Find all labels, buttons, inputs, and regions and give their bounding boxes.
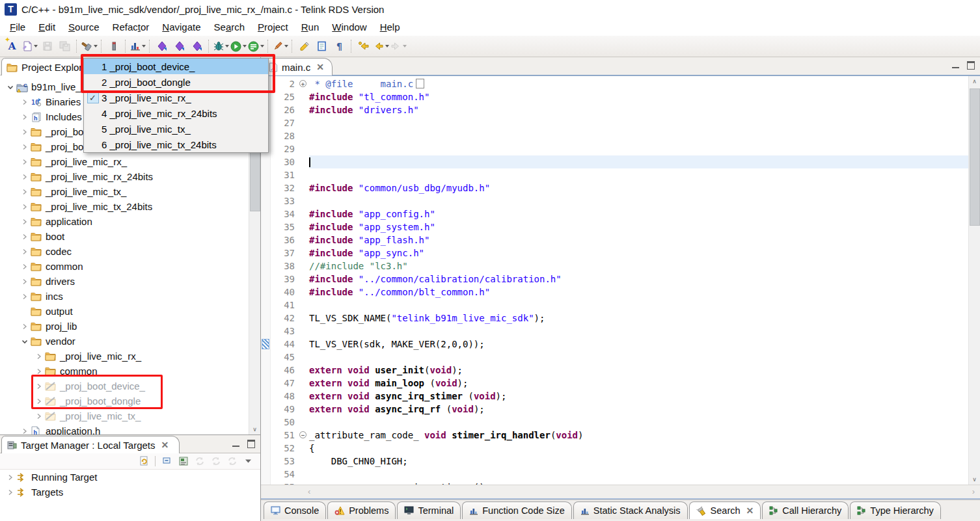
menu-navigate[interactable]: Navigate: [156, 20, 207, 34]
editor-presentation-button[interactable]: [313, 38, 331, 55]
menu-search[interactable]: Search: [208, 20, 252, 34]
minimize-icon[interactable]: [952, 61, 959, 68]
menu-run[interactable]: Run: [295, 20, 326, 34]
explorer-scroll-thumb[interactable]: [250, 144, 260, 211]
expand-arrow-icon[interactable]: [20, 217, 31, 227]
dropdown-caret-icon[interactable]: [403, 45, 407, 47]
task-marker-icon[interactable]: [262, 339, 269, 349]
tree-item[interactable]: happlication.h: [0, 423, 249, 434]
code-line[interactable]: 39#include "../common/calibration/calibr…: [271, 273, 969, 286]
code-line[interactable]: 40#include "../common/blt_common.h": [271, 286, 969, 299]
editor-scroll-thumb[interactable]: [970, 88, 980, 226]
fold-toggle-icon[interactable]: +: [298, 77, 309, 90]
close-icon[interactable]: ✕: [746, 505, 754, 516]
expand-arrow-icon[interactable]: [5, 472, 16, 483]
code-line[interactable]: 45: [271, 351, 969, 364]
bdt-tool-2-button[interactable]: [170, 38, 188, 55]
code-line[interactable]: 25#include "tl_common.h": [271, 90, 969, 103]
view-tab-call-hierarchy[interactable]: Call Hierarchy: [762, 501, 849, 519]
code-line[interactable]: 34#include "app_config.h": [271, 207, 969, 220]
close-icon[interactable]: ✕: [316, 62, 324, 72]
refresh-targets-button[interactable]: [137, 455, 150, 468]
editor-scroll-down-icon[interactable]: ∨: [969, 474, 980, 485]
collapse-all-button[interactable]: [161, 455, 174, 468]
expand-arrow-icon[interactable]: [5, 487, 16, 498]
last-edit-location-button[interactable]: [355, 38, 372, 55]
close-icon[interactable]: ✕: [161, 440, 169, 450]
code-line[interactable]: 49extern void async_irq_rf (void);: [271, 403, 969, 416]
dropdown-caret-icon[interactable]: [385, 45, 389, 47]
code-line[interactable]: 35#include "app_system.h": [271, 220, 969, 234]
view-tab-problems[interactable]: Problems: [327, 501, 396, 519]
code-line[interactable]: 37#include "app_sync.h": [271, 247, 969, 260]
dropdown-caret-icon[interactable]: [225, 45, 229, 47]
view-menu-button[interactable]: [242, 455, 255, 468]
code-line[interactable]: 41: [271, 299, 969, 312]
target-properties-button[interactable]: [177, 455, 190, 468]
expand-arrow-icon[interactable]: [20, 202, 31, 212]
code-line[interactable]: 48extern void async_irq_stimer (void);: [271, 390, 969, 403]
code-line[interactable]: 29: [271, 142, 969, 155]
tree-item[interactable]: _proj_live_mic_tx_24bits: [0, 199, 249, 214]
code-line[interactable]: 42TL_VS_SDK_NAME("telink_b91m_live_mic_s…: [271, 312, 969, 325]
menu-help[interactable]: Help: [374, 20, 407, 34]
tree-item[interactable]: _proj_live_mic_rx_: [0, 349, 249, 364]
view-tab-console[interactable]: Console: [264, 501, 326, 519]
code-line[interactable]: 46extern void user_init(void);: [271, 364, 969, 377]
tree-item[interactable]: _proj_live_mic_rx_24bits: [0, 169, 249, 184]
tree-item[interactable]: _proj_live_mic_tx_: [0, 408, 249, 423]
menu-refactor[interactable]: Refactor: [106, 20, 156, 34]
external-tools-button[interactable]: [271, 38, 289, 55]
expand-arrow-icon[interactable]: [20, 127, 31, 137]
expand-arrow-icon[interactable]: [20, 291, 31, 302]
bdt-tool-3-button[interactable]: [188, 38, 206, 55]
view-tab-static-stack-analysis[interactable]: Static Stack Analysis: [573, 501, 688, 519]
fold-toggle-icon[interactable]: −: [298, 429, 309, 442]
project-menu-item[interactable]: 6 _proj_live_mic_tx_24bits: [84, 137, 268, 152]
code-line[interactable]: 54: [271, 468, 969, 481]
bdt-tool-1-button[interactable]: [153, 38, 170, 55]
expand-arrow-icon[interactable]: [20, 321, 31, 332]
dropdown-caret-icon[interactable]: [142, 45, 146, 47]
sync-target-1-button[interactable]: [193, 455, 206, 468]
minimize-icon[interactable]: [232, 440, 239, 447]
dropdown-caret-icon[interactable]: [260, 45, 264, 47]
new-file-button[interactable]: [21, 38, 38, 55]
expand-arrow-icon[interactable]: [20, 142, 31, 152]
code-line[interactable]: 26#include "drivers.h": [271, 103, 969, 116]
dropdown-caret-icon[interactable]: [284, 45, 288, 47]
sync-target-3-button[interactable]: [226, 455, 239, 468]
expand-arrow-icon[interactable]: [20, 157, 31, 167]
expand-arrow-icon[interactable]: [20, 172, 31, 182]
show-whitespace-button[interactable]: ¶: [331, 38, 348, 55]
target-item[interactable]: Running Target: [0, 470, 260, 485]
maximize-icon[interactable]: [247, 440, 255, 448]
code-line[interactable]: 33: [271, 194, 969, 207]
code-line[interactable]: 53 DBG_CHN0_HIGH;: [271, 455, 969, 468]
scroll-left-icon[interactable]: ‹: [308, 487, 310, 496]
code-line[interactable]: 32#include "common/usb_dbg/myudb.h": [271, 181, 969, 194]
editor-vertical-scrollbar[interactable]: ∧ ∨: [968, 76, 980, 485]
expand-arrow-icon[interactable]: [20, 232, 31, 242]
code-line[interactable]: 43: [271, 325, 969, 338]
code-line[interactable]: 28: [271, 129, 969, 142]
view-tab-search[interactable]: Search✕: [689, 501, 761, 519]
tree-item[interactable]: output: [0, 304, 249, 319]
expand-arrow-icon[interactable]: [20, 97, 31, 107]
save-all-button[interactable]: [56, 38, 74, 55]
code-line[interactable]: 50: [271, 416, 969, 429]
new-c-wizard-button[interactable]: A✦: [3, 38, 21, 55]
tree-item[interactable]: _proj_live_mic_rx_: [0, 154, 249, 169]
collapse-arrow-icon[interactable]: [20, 336, 31, 347]
maximize-icon[interactable]: [967, 61, 975, 70]
dropdown-caret-icon[interactable]: [243, 45, 247, 47]
expand-arrow-icon[interactable]: [20, 276, 31, 287]
project-menu-item[interactable]: 4 _proj_live_mic_rx_24bits: [84, 105, 268, 121]
expand-arrow-icon[interactable]: [20, 426, 31, 435]
target-item[interactable]: Targets: [0, 485, 260, 500]
code-line[interactable]: 27: [271, 116, 969, 129]
code-line[interactable]: 47extern void main_loop (void);: [271, 377, 969, 390]
code-size-chart-button[interactable]: [129, 38, 146, 55]
run-button[interactable]: [230, 38, 247, 55]
forward-button[interactable]: [390, 38, 407, 55]
